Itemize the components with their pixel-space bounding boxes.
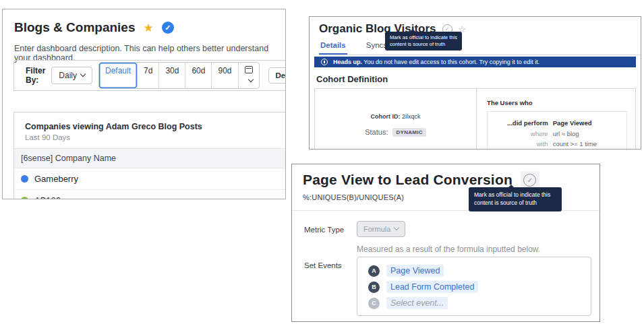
event-row[interactable]: B Lead Form Completed (368, 281, 591, 293)
metric-header: Page View to Lead Conversion ✓ (303, 171, 599, 189)
criteria-row: with count >= 1 time (492, 139, 620, 150)
table-row[interactable]: AB180 (14, 190, 286, 199)
mark-official-icon: ✓ (523, 174, 536, 187)
series-dot-icon (21, 175, 28, 183)
criteria-row: where url ≈ blog (492, 129, 620, 139)
chevron-down-icon (80, 71, 86, 77)
company-name: AB180 (34, 195, 61, 199)
project-dropdown-button[interactable]: Default Project T (268, 67, 287, 84)
report-card-header: Companies viewing Adam Greco Blog Posts … (14, 112, 286, 148)
event-name[interactable]: Lead Form Completed (386, 281, 478, 293)
cohort-id-line: Cohort ID: 2ilxqck (371, 113, 421, 120)
cohort-definition-heading: Cohort Definition (316, 74, 641, 84)
event-select-placeholder[interactable]: Select event... (386, 297, 448, 309)
status-badge: DYNAMIC (392, 128, 426, 137)
date-range-segmented-control: Default 7d 30d 60d 90d (98, 62, 259, 89)
cohort-status-line: Status: DYNAMIC (365, 128, 426, 137)
series-dot-icon (21, 197, 28, 199)
edit-access-banner: Heads up. You do not have edit access to… (314, 57, 636, 67)
event-badge-c: C (368, 298, 380, 309)
event-badge-a: A (368, 265, 380, 277)
set-events-label: Set Events (304, 261, 342, 269)
report-subtitle: Last 90 Days (25, 133, 286, 141)
chevron-down-icon (394, 225, 399, 230)
metric-type-hint: Measured as a result of the formula inpu… (357, 244, 540, 254)
table-row[interactable]: Gameberry (14, 168, 286, 190)
metric-title: Page View to Lead Conversion (303, 172, 513, 188)
banner-text: Heads up. You do not have edit access to… (333, 59, 539, 65)
cohort-criteria: The Users who ...did perform Page Viewed… (477, 89, 635, 150)
table-column-header: [6sense] Company Name (14, 148, 286, 168)
metric-type-label: Metric Type (304, 226, 344, 234)
metric-type-dropdown[interactable]: Formula (357, 221, 405, 237)
metric-panel: Page View to Lead Conversion ✓ %:UNIQUES… (291, 164, 600, 322)
range-60d-button[interactable]: 60d (185, 63, 211, 88)
criteria-box: ...did perform Page Viewed where url ≈ b… (487, 111, 627, 150)
range-7d-button[interactable]: 7d (137, 63, 158, 88)
calendar-picker-button[interactable] (238, 63, 259, 88)
cohort-header: Organic Blog Visitors ✓ ☆ (319, 22, 641, 36)
criteria-row: ...did perform Page Viewed (492, 118, 620, 129)
cohort-meta: Cohort ID: 2ilxqck Status: DYNAMIC (315, 89, 477, 150)
company-name: Gameberry (34, 174, 78, 184)
mark-official-tooltip: Mark as official to indicate this conten… (469, 187, 562, 211)
event-name[interactable]: Page Viewed (386, 265, 444, 277)
cohort-panel: Organic Blog Visitors ✓ ☆ Details Syncs … (309, 16, 641, 150)
calendar-icon (245, 66, 253, 73)
range-default-button[interactable]: Default (99, 63, 137, 88)
criteria-intro: The Users who (487, 99, 627, 106)
filter-by-label: Filter By: (26, 66, 45, 85)
events-box: A Page Viewed B Lead Form Completed C Se… (357, 257, 591, 316)
report-title: Companies viewing Adam Greco Blog Posts (25, 122, 286, 131)
tab-details[interactable]: Details (319, 38, 347, 55)
range-30d-button[interactable]: 30d (158, 63, 185, 88)
cohort-definition-box: Cohort ID: 2ilxqck Status: DYNAMIC The U… (314, 88, 636, 150)
event-badge-b: B (368, 282, 380, 293)
event-row[interactable]: C Select event... (368, 297, 591, 309)
dashboard-panel: Blogs & Companies ★ ✓ Enter dashboard de… (2, 9, 286, 199)
chevron-down-icon (247, 77, 253, 82)
range-90d-button[interactable]: 90d (211, 63, 237, 88)
verified-badge-icon[interactable]: ✓ (162, 22, 174, 34)
filter-bar: Filter By: Daily Default 7d 30d 60d 90d … (13, 60, 286, 91)
favorite-star-icon[interactable]: ★ (143, 22, 153, 34)
event-row[interactable]: A Page Viewed (368, 265, 591, 277)
dashboard-header: Blogs & Companies ★ ✓ (14, 20, 285, 35)
info-icon (321, 59, 328, 65)
page-title: Blogs & Companies (14, 20, 135, 35)
mark-official-button[interactable]: ✓ (521, 171, 539, 189)
interval-dropdown[interactable]: Daily (51, 67, 92, 84)
cohort-tabs: Details Syncs (0) Con (319, 38, 641, 55)
mark-official-tooltip: Mark as official to indicate this conten… (385, 32, 462, 51)
report-card: Companies viewing Adam Greco Blog Posts … (13, 112, 286, 199)
